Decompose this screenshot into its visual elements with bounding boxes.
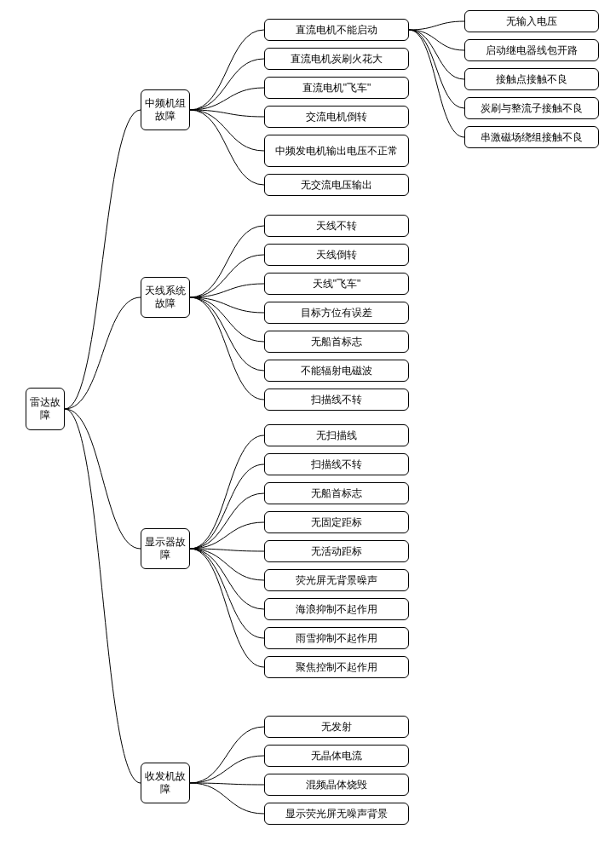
root-node: 雷达故障 xyxy=(26,388,65,430)
leaf-node-2-8-label: 聚焦控制不起作用 xyxy=(296,661,377,674)
leaf-node-2-2-label: 无船首标志 xyxy=(311,487,362,500)
leaf-node-3-3-label: 显示荧光屏无噪声背景 xyxy=(285,808,388,820)
detail-node-3-label: 炭刷与整流子接触不良 xyxy=(481,102,583,115)
root-node-label: 雷达故障 xyxy=(30,396,60,422)
leaf-node-1-3: 目标方位有误差 xyxy=(264,302,409,324)
category-node-2-label: 显示器故障 xyxy=(145,536,186,561)
leaf-node-0-0: 直流电机不能启动 xyxy=(264,19,409,41)
category-node-0-label: 中频机组故障 xyxy=(145,97,186,123)
leaf-node-1-3-label: 目标方位有误差 xyxy=(301,307,372,320)
leaf-node-2-7-label: 雨雪抑制不起作用 xyxy=(296,632,377,645)
detail-node-1: 启动继电器线包开路 xyxy=(464,39,599,61)
leaf-node-1-0: 天线不转 xyxy=(264,215,409,237)
leaf-node-2-5: 荧光屏无背景噪声 xyxy=(264,569,409,591)
leaf-node-0-2: 直流电机"飞车" xyxy=(264,77,409,99)
leaf-node-3-1-label: 无晶体电流 xyxy=(311,750,362,763)
category-node-3-label: 收发机故障 xyxy=(145,770,186,796)
leaf-node-1-6: 扫描线不转 xyxy=(264,389,409,411)
leaf-node-2-0: 无扫描线 xyxy=(264,424,409,446)
detail-node-4-label: 串激磁场绕组接触不良 xyxy=(481,131,583,144)
leaf-node-0-1-label: 直流电机炭刷火花大 xyxy=(291,53,383,66)
leaf-node-3-2: 混频晶体烧毁 xyxy=(264,774,409,796)
leaf-node-0-5-label: 无交流电压输出 xyxy=(301,179,372,192)
category-node-2: 显示器故障 xyxy=(141,528,190,569)
leaf-node-2-4-label: 无活动距标 xyxy=(311,545,362,558)
leaf-node-2-1: 扫描线不转 xyxy=(264,453,409,475)
leaf-node-1-5-label: 不能辐射电磁波 xyxy=(301,365,372,377)
leaf-node-0-0-label: 直流电机不能启动 xyxy=(296,24,377,37)
leaf-node-3-1: 无晶体电流 xyxy=(264,745,409,767)
detail-node-2-label: 接触点接触不良 xyxy=(496,73,567,86)
leaf-node-2-6: 海浪抑制不起作用 xyxy=(264,598,409,620)
leaf-node-2-8: 聚焦控制不起作用 xyxy=(264,656,409,678)
leaf-node-2-7: 雨雪抑制不起作用 xyxy=(264,627,409,649)
leaf-node-0-5: 无交流电压输出 xyxy=(264,174,409,196)
leaf-node-3-3: 显示荧光屏无噪声背景 xyxy=(264,803,409,825)
leaf-node-1-2-label: 天线"飞车" xyxy=(313,278,361,291)
leaf-node-1-1: 天线倒转 xyxy=(264,244,409,266)
leaf-node-1-5: 不能辐射电磁波 xyxy=(264,360,409,382)
detail-node-0-label: 无输入电压 xyxy=(506,15,557,28)
leaf-node-2-0-label: 无扫描线 xyxy=(316,429,357,442)
leaf-node-2-2: 无船首标志 xyxy=(264,482,409,504)
leaf-node-3-0-label: 无发射 xyxy=(321,721,352,734)
leaf-node-1-6-label: 扫描线不转 xyxy=(311,394,362,406)
leaf-node-1-4-label: 无船首标志 xyxy=(311,336,362,348)
leaf-node-1-2: 天线"飞车" xyxy=(264,273,409,295)
detail-node-0: 无输入电压 xyxy=(464,10,599,32)
leaf-node-1-1-label: 天线倒转 xyxy=(316,249,357,262)
leaf-node-2-4: 无活动距标 xyxy=(264,540,409,562)
leaf-node-3-2-label: 混频晶体烧毁 xyxy=(306,779,367,792)
leaf-node-0-4-label: 中频发电机输出电压不正常 xyxy=(275,145,398,158)
category-node-3: 收发机故障 xyxy=(141,763,190,803)
leaf-node-2-5-label: 荧光屏无背景噪声 xyxy=(296,574,377,587)
leaf-node-0-3: 交流电机倒转 xyxy=(264,106,409,128)
leaf-node-0-3-label: 交流电机倒转 xyxy=(306,111,367,124)
leaf-node-3-0: 无发射 xyxy=(264,716,409,738)
category-node-0: 中频机组故障 xyxy=(141,89,190,130)
leaf-node-2-3-label: 无固定距标 xyxy=(311,516,362,529)
category-node-1-label: 天线系统故障 xyxy=(145,285,186,310)
leaf-node-0-2-label: 直流电机"飞车" xyxy=(302,82,371,95)
leaf-node-2-6-label: 海浪抑制不起作用 xyxy=(296,603,377,616)
detail-node-3: 炭刷与整流子接触不良 xyxy=(464,97,599,119)
leaf-node-2-3: 无固定距标 xyxy=(264,511,409,533)
detail-node-2: 接触点接触不良 xyxy=(464,68,599,90)
leaf-node-1-4: 无船首标志 xyxy=(264,331,409,353)
detail-node-4: 串激磁场绕组接触不良 xyxy=(464,126,599,148)
leaf-node-0-1: 直流电机炭刷火花大 xyxy=(264,48,409,70)
leaf-node-2-1-label: 扫描线不转 xyxy=(311,458,362,471)
category-node-1: 天线系统故障 xyxy=(141,277,190,318)
leaf-node-0-4: 中频发电机输出电压不正常 xyxy=(264,135,409,167)
detail-node-1-label: 启动继电器线包开路 xyxy=(486,44,578,57)
leaf-node-1-0-label: 天线不转 xyxy=(316,220,357,233)
